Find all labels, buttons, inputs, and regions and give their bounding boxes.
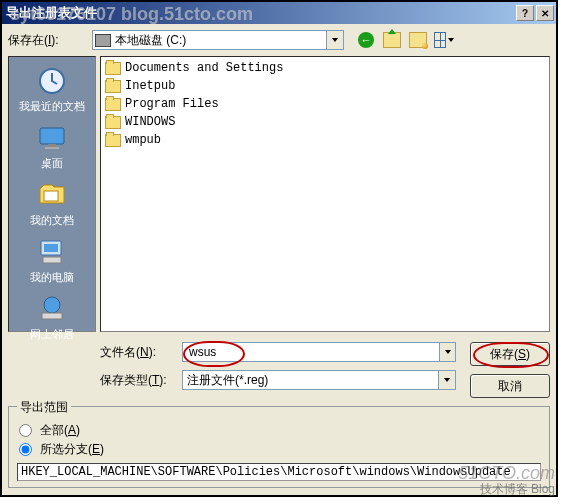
window-title: 导出注册表文件 [6, 4, 514, 22]
filename-label: 文件名(N): [100, 344, 182, 361]
folder-icon [105, 116, 121, 129]
folder-icon [105, 134, 121, 147]
chevron-down-icon [448, 38, 454, 42]
radio-all-row[interactable]: 全部(A) [17, 421, 541, 440]
branch-path-input[interactable] [17, 463, 541, 481]
list-item[interactable]: wmpub [103, 131, 547, 149]
file-name: Program Files [125, 96, 219, 112]
list-item[interactable]: Inetpub [103, 77, 547, 95]
title-bar: 导出注册表文件 ? ✕ [2, 2, 556, 24]
folder-new-icon [409, 32, 427, 48]
file-name: Documents and Settings [125, 60, 283, 76]
drive-icon [95, 34, 111, 47]
place-mydocs[interactable]: 我的文档 [13, 175, 91, 232]
place-desktop[interactable]: 桌面 [13, 118, 91, 175]
radio-all[interactable] [19, 424, 32, 437]
help-button[interactable]: ? [516, 5, 534, 21]
filetype-value: 注册文件(*.reg) [187, 372, 438, 389]
svg-rect-6 [44, 244, 58, 252]
folder-up-icon [383, 32, 401, 48]
chevron-down-icon [444, 378, 450, 382]
radio-branch-row[interactable]: 所选分支(E) [17, 440, 541, 459]
save-in-value: 本地磁盘 (C:) [115, 32, 326, 49]
network-places-icon [36, 293, 68, 325]
list-item[interactable]: Program Files [103, 95, 547, 113]
export-range-group: 导出范围 全部(A) 所选分支(E) [8, 406, 550, 488]
my-computer-icon [36, 236, 68, 268]
svg-rect-7 [43, 257, 61, 263]
save-button[interactable]: 保存(S) [470, 342, 550, 366]
filetype-combo[interactable]: 注册文件(*.reg) [182, 370, 456, 390]
svg-rect-2 [48, 144, 56, 147]
filetype-row: 保存类型(T): 注册文件(*.reg) [100, 370, 456, 390]
place-network[interactable]: 网上邻居 [13, 289, 91, 346]
file-name: WINDOWS [125, 114, 175, 130]
save-in-row: 保存在(I): 本地磁盘 (C:) ← [2, 24, 556, 56]
file-list[interactable]: Documents and Settings Inetpub Program F… [100, 56, 550, 332]
recent-docs-icon [36, 65, 68, 97]
place-computer[interactable]: 我的电脑 [13, 232, 91, 289]
places-bar: 我最近的文档 桌面 我的文档 我的电脑 网上邻居 [8, 56, 96, 332]
desktop-icon [36, 122, 68, 154]
export-range-title: 导出范围 [17, 399, 71, 416]
folder-icon [105, 98, 121, 111]
chevron-down-icon [445, 350, 451, 354]
svg-rect-4 [44, 191, 58, 201]
place-label: 我的电脑 [30, 271, 74, 283]
save-in-label: 保存在(I): [8, 32, 88, 49]
place-recent[interactable]: 我最近的文档 [13, 61, 91, 118]
svg-rect-1 [40, 128, 64, 144]
filename-combo[interactable] [182, 342, 456, 362]
nav-new-folder-button[interactable] [408, 30, 428, 50]
views-grid-icon [434, 32, 446, 48]
list-item[interactable]: Documents and Settings [103, 59, 547, 77]
my-documents-icon [36, 179, 68, 211]
folder-icon [105, 62, 121, 75]
svg-rect-9 [42, 313, 62, 319]
filename-input[interactable] [187, 344, 439, 360]
place-label: 桌面 [41, 157, 63, 169]
nav-views-button[interactable] [434, 30, 454, 50]
filename-row: 文件名(N): [100, 342, 456, 362]
place-label: 网上邻居 [30, 328, 74, 340]
folder-icon [105, 80, 121, 93]
close-button[interactable]: ✕ [536, 5, 554, 21]
radio-branch-label: 所选分支(E) [40, 441, 104, 458]
svg-point-8 [44, 297, 60, 313]
filetype-label: 保存类型(T): [100, 372, 182, 389]
radio-branch[interactable] [19, 443, 32, 456]
svg-rect-3 [45, 147, 59, 149]
radio-all-label: 全部(A) [40, 422, 80, 439]
save-in-combo[interactable]: 本地磁盘 (C:) [92, 30, 344, 50]
file-name: wmpub [125, 132, 161, 148]
nav-back-button[interactable]: ← [356, 30, 376, 50]
list-item[interactable]: WINDOWS [103, 113, 547, 131]
nav-up-button[interactable] [382, 30, 402, 50]
place-label: 我最近的文档 [19, 100, 85, 112]
cancel-button[interactable]: 取消 [470, 374, 550, 398]
place-label: 我的文档 [30, 214, 74, 226]
arrow-left-icon: ← [358, 32, 374, 48]
file-name: Inetpub [125, 78, 175, 94]
chevron-down-icon [332, 38, 338, 42]
